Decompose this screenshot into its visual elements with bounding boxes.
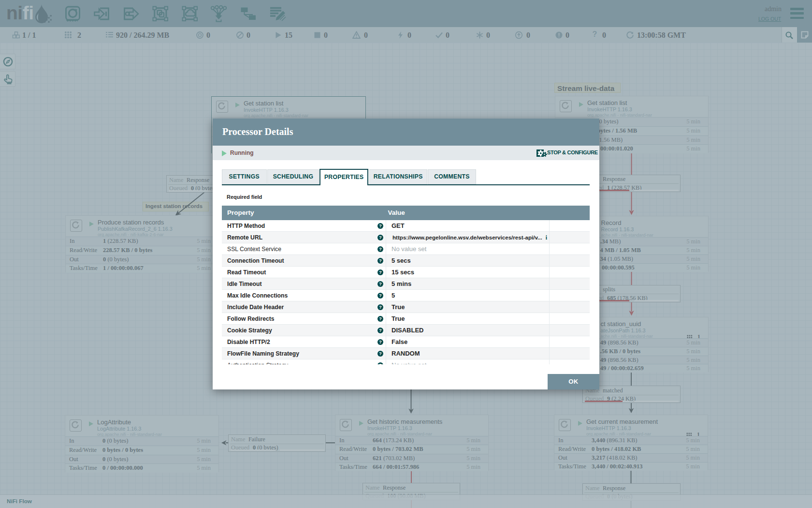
svg-text:?: ? (593, 30, 597, 38)
